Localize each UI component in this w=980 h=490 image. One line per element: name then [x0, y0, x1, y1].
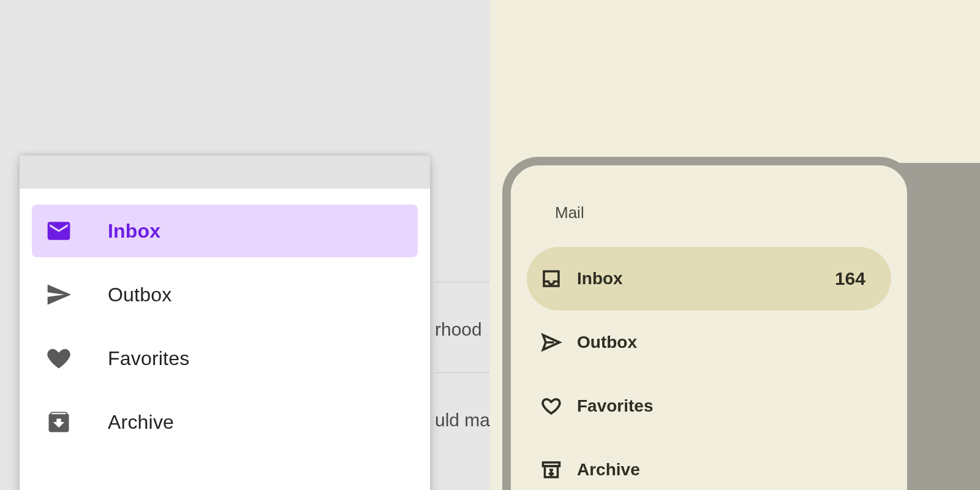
sidebar-item-outbox[interactable]: Outbox	[32, 268, 418, 321]
navigation-drawer: Inbox Outbox Favorites Archive	[20, 156, 430, 490]
sidebar-item-archive[interactable]: Archive	[527, 438, 891, 490]
background-content: rhood uld ma	[435, 282, 490, 490]
sidebar-item-label: Favorites	[108, 347, 189, 370]
sidebar-item-label: Outbox	[577, 333, 865, 352]
sidebar-item-favorites[interactable]: Favorites	[527, 374, 891, 438]
sidebar-item-inbox[interactable]: Inbox 164	[527, 247, 891, 311]
bg-text: rhood	[435, 282, 490, 372]
drawer-header	[20, 156, 430, 189]
m2-drawer-example: rhood uld ma Inbox Outbox Favor	[0, 0, 490, 490]
bg-text: uld ma	[435, 372, 490, 463]
send-icon	[540, 331, 562, 353]
sidebar-item-archive[interactable]: Archive	[32, 396, 418, 448]
inbox-count-badge: 164	[835, 268, 865, 289]
inbox-icon	[540, 268, 562, 290]
navigation-drawer: Mail Inbox 164 Outbox Favorites Archive	[502, 157, 916, 490]
sidebar-item-inbox[interactable]: Inbox	[32, 205, 418, 257]
sidebar-item-label: Outbox	[108, 284, 172, 306]
send-icon	[45, 281, 72, 308]
sidebar-item-label: Archive	[577, 460, 865, 480]
drawer-body: Inbox Outbox Favorites Archive	[20, 189, 430, 490]
sidebar-item-outbox[interactable]: Outbox	[527, 311, 891, 374]
sidebar-item-label: Archive	[108, 411, 174, 434]
m3-drawer-example: Mail Inbox 164 Outbox Favorites Archive	[490, 0, 980, 490]
heart-icon	[540, 395, 562, 417]
drawer-section-title: Mail	[527, 203, 891, 222]
archive-icon	[45, 409, 72, 435]
heart-icon	[45, 345, 72, 372]
sidebar-item-label: Inbox	[108, 220, 160, 243]
archive-icon	[540, 459, 562, 481]
sidebar-item-favorites[interactable]: Favorites	[32, 332, 418, 385]
sidebar-item-label: Favorites	[577, 396, 865, 416]
sidebar-item-label: Inbox	[577, 269, 820, 288]
mail-icon	[45, 217, 72, 244]
